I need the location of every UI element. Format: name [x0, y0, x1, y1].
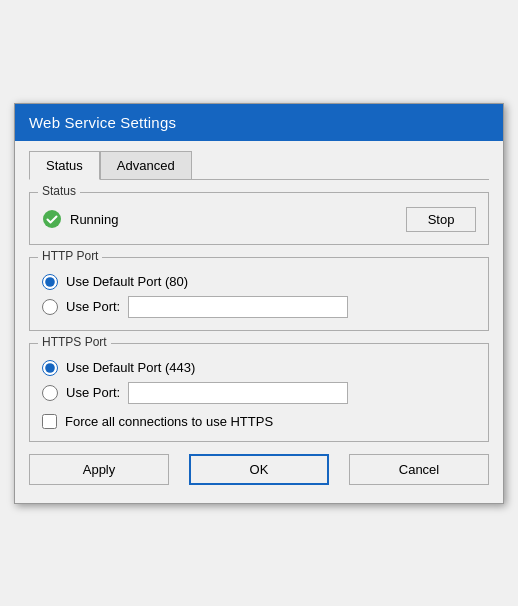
https-port-section: HTTPS Port Use Default Port (443) Use Po… [29, 343, 489, 442]
force-https-checkbox[interactable] [42, 414, 57, 429]
running-icon [42, 209, 62, 229]
https-custom-port-row: Use Port: [42, 382, 476, 404]
main-window: Web Service Settings Status Advanced Sta… [14, 103, 504, 504]
window-title: Web Service Settings [29, 114, 176, 131]
apply-button[interactable]: Apply [29, 454, 169, 485]
footer-buttons: Apply OK Cancel [29, 454, 489, 489]
https-radio-group: Use Default Port (443) Use Port: Force a… [42, 360, 476, 429]
https-port-input[interactable] [128, 382, 348, 404]
https-default-label[interactable]: Use Default Port (443) [66, 360, 195, 375]
https-custom-label[interactable]: Use Port: [66, 385, 120, 400]
http-port-input[interactable] [128, 296, 348, 318]
http-custom-port-row: Use Port: [42, 296, 476, 318]
status-section-label: Status [38, 184, 80, 198]
http-custom-label[interactable]: Use Port: [66, 299, 120, 314]
http-custom-radio[interactable] [42, 299, 58, 315]
tab-status[interactable]: Status [29, 151, 100, 180]
https-custom-radio[interactable] [42, 385, 58, 401]
svg-point-0 [43, 210, 61, 228]
title-bar: Web Service Settings [15, 104, 503, 141]
tab-advanced[interactable]: Advanced [100, 151, 192, 180]
status-left: Running [42, 209, 118, 229]
http-radio-group: Use Default Port (80) Use Port: [42, 274, 476, 318]
status-text: Running [70, 212, 118, 227]
http-default-radio[interactable] [42, 274, 58, 290]
https-default-radio[interactable] [42, 360, 58, 376]
tab-bar: Status Advanced [29, 151, 489, 180]
https-section-label: HTTPS Port [38, 335, 111, 349]
ok-button[interactable]: OK [189, 454, 329, 485]
status-section: Status Running Stop [29, 192, 489, 245]
force-https-label[interactable]: Force all connections to use HTTPS [65, 414, 273, 429]
http-default-port-row: Use Default Port (80) [42, 274, 476, 290]
https-default-port-row: Use Default Port (443) [42, 360, 476, 376]
force-https-row: Force all connections to use HTTPS [42, 414, 476, 429]
http-default-label[interactable]: Use Default Port (80) [66, 274, 188, 289]
http-section-label: HTTP Port [38, 249, 102, 263]
content-area: Status Advanced Status Running [15, 141, 503, 503]
status-row: Running Stop [42, 207, 476, 232]
http-port-section: HTTP Port Use Default Port (80) Use Port… [29, 257, 489, 331]
stop-button[interactable]: Stop [406, 207, 476, 232]
cancel-button[interactable]: Cancel [349, 454, 489, 485]
